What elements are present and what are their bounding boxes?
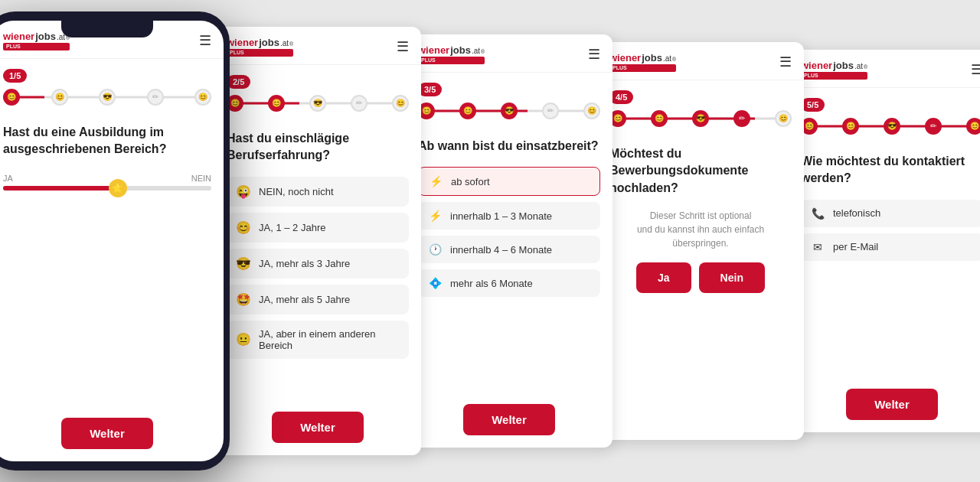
pdot-1-3: 😎: [99, 89, 116, 106]
question-title-2: Hast du einschlägige Berufserfahrung?: [227, 130, 409, 164]
welter-button-1[interactable]: Welter: [61, 418, 153, 449]
button-area-2: Welter: [214, 402, 421, 455]
option-3-1[interactable]: ⚡ ab sofort: [418, 167, 600, 196]
logo-plus-4: PLUS: [609, 64, 676, 72]
question-title-3: Ab wann bist du einsatzbereit?: [418, 138, 600, 155]
progress-section-4: 4/5 😊 😊 😎 ✏ 😊: [597, 80, 804, 133]
question-area-5: Wie möchtest du kontaktiert werden? 📞 te…: [789, 141, 980, 379]
flat-card-3: wienerjobs.at® PLUS ☰ 3/5 😊 😊 😎 ✏ 😊: [406, 34, 612, 448]
logo-plus-2: PLUS: [227, 49, 293, 57]
option-2-1[interactable]: 😜 NEIN, noch nicht: [227, 177, 409, 207]
progress-section-1: 1/5 😊 😊 😎 ✏ 😊: [0, 59, 224, 112]
question-title-1: Hast du eine Ausbildung im ausgeschriebe…: [3, 124, 211, 158]
logo-plus-1: PLUS: [3, 43, 70, 50]
scene: wienerjobs.at® PLUS ☰ 1/5 😊: [0, 0, 980, 482]
slider-label-right-1: NEIN: [191, 174, 211, 183]
slider-1[interactable]: JA NEIN ⭐: [3, 174, 211, 191]
progress-track-1: 😊 😊 😎 ✏ 😊: [3, 89, 211, 106]
welter-button-2[interactable]: Welter: [272, 412, 364, 443]
pdot-1-2: 😊: [51, 89, 68, 106]
logo-3: wienerjobs.at® PLUS: [418, 45, 485, 64]
action-buttons-4: Ja Nein: [609, 262, 792, 293]
question-title-4: Möchtest du Bewerbungsdokumente hochlade…: [609, 145, 792, 197]
step-badge-1: 1/5: [3, 69, 27, 83]
progress-section-5: 5/5 😊 😊 😎 ✏ 😊: [789, 88, 980, 141]
header-4: wienerjobs.at® PLUS ☰: [597, 42, 804, 80]
step-badge-5: 5/5: [801, 98, 825, 112]
flat-card-4: wienerjobs.at® PLUS ☰ 4/5 😊 😊 😎 ✏ 😊: [597, 42, 804, 440]
step-badge-4: 4/5: [609, 90, 633, 104]
logo-plus-3: PLUS: [418, 57, 485, 64]
slider-fill-1: [3, 186, 118, 191]
ja-button-4[interactable]: Ja: [636, 262, 691, 293]
phone-notch: [61, 21, 153, 37]
question-title-5: Wie möchtest du kontaktiert werden?: [801, 153, 980, 187]
question-area-3: Ab wann bist du einsatzbereit? ⚡ ab sofo…: [406, 125, 612, 395]
header-3: wienerjobs.at® PLUS ☰: [406, 34, 612, 73]
option-2-4[interactable]: 🤩 JA, mehr als 5 Jahre: [227, 285, 409, 314]
pdot-2-2: 😊: [268, 95, 285, 112]
logo-1: wienerjobs.at® PLUS: [3, 31, 70, 50]
option-5-1[interactable]: 📞 telefonisch: [801, 200, 980, 227]
logo-plus-5: PLUS: [801, 72, 867, 80]
phone-card-1: wienerjobs.at® PLUS ☰ 1/5 😊: [0, 11, 230, 471]
option-2-2[interactable]: 😊 JA, 1 – 2 Jahre: [227, 213, 409, 243]
question-area-2: Hast du einschlägige Berufserfahrung? 😜 …: [214, 118, 421, 402]
logo-wiener-2: wiener: [227, 37, 258, 48]
menu-icon-3[interactable]: ☰: [588, 46, 600, 63]
slider-track-1[interactable]: ⭐: [3, 186, 211, 191]
option-3-3[interactable]: 🕐 innerhalb 4 – 6 Monate: [418, 236, 600, 263]
optional-text-4: Dieser Schritt ist optionalund du kannst…: [609, 209, 792, 250]
slider-labels-1: JA NEIN: [3, 174, 211, 183]
button-area-5: Welter: [789, 379, 980, 432]
option-5-2[interactable]: ✉ per E-Mail: [801, 233, 980, 261]
option-3-1-text: ab sofort: [451, 176, 490, 187]
logo-jobs-1: jobs: [35, 31, 56, 42]
menu-icon-5[interactable]: ☰: [971, 61, 980, 78]
progress-dots-1: 😊 😊 😎 ✏ 😊: [3, 89, 211, 106]
option-3-2[interactable]: ⚡ innerhalb 1 – 3 Monate: [418, 202, 600, 230]
menu-icon-2[interactable]: ☰: [397, 38, 409, 55]
menu-icon-1[interactable]: ☰: [199, 32, 211, 49]
button-area-1: Welter: [0, 409, 224, 461]
option-3-4[interactable]: 💠 mehr als 6 Monate: [418, 269, 600, 297]
slider-label-left-1: JA: [3, 174, 13, 183]
flat-card-2: wienerjobs.at® PLUS ☰ 2/5 😊 😊 😎 ✏ 😊: [214, 27, 421, 455]
question-area-1: Hast du eine Ausbildung im ausgeschriebe…: [0, 112, 224, 409]
pdot-1-4: ✏: [147, 89, 164, 106]
menu-icon-4[interactable]: ☰: [779, 54, 792, 70]
welter-button-5[interactable]: Welter: [846, 389, 938, 420]
logo-5: wienerjobs.at® PLUS: [801, 60, 867, 80]
pdot-1-5: 😊: [194, 89, 211, 106]
logo-jobs-2: jobs: [259, 37, 279, 48]
pdot-2-3: 😎: [309, 95, 326, 112]
progress-track-2: 😊 😊 😎 ✏ 😊: [227, 95, 409, 112]
header-2: wienerjobs.at® PLUS ☰: [214, 27, 421, 65]
phone-screen-1: wienerjobs.at® PLUS ☰ 1/5 😊: [0, 21, 224, 461]
pdot-2-5: 😊: [392, 95, 409, 112]
header-5: wienerjobs.at® PLUS ☰: [789, 50, 980, 88]
logo-4: wienerjobs.at® PLUS: [609, 53, 676, 72]
welter-button-3[interactable]: Welter: [463, 404, 555, 435]
option-2-3[interactable]: 😎 JA, mehr als 3 Jahre: [227, 249, 409, 278]
nein-button-4[interactable]: Nein: [699, 262, 765, 293]
pdot-1-1: 😊: [3, 89, 20, 106]
button-area-3: Welter: [406, 395, 612, 448]
logo-wiener-1: wiener: [3, 31, 34, 42]
step-badge-3: 3/5: [418, 83, 442, 96]
option-2-5[interactable]: 😐 JA, aber in einem anderen Bereich: [227, 321, 409, 359]
logo-2: wienerjobs.at® PLUS: [227, 37, 293, 57]
progress-section-2: 2/5 😊 😊 😎 ✏ 😊: [214, 65, 421, 118]
step-badge-2: 2/5: [227, 75, 250, 89]
progress-section-3: 3/5 😊 😊 😎 ✏ 😊: [406, 73, 612, 125]
flat-card-5: wienerjobs.at® PLUS ☰ 5/5 😊 😊 😎 ✏ 😊: [789, 50, 980, 432]
slider-thumb-1: ⭐: [109, 179, 127, 197]
pdot-2-4: ✏: [351, 95, 368, 112]
question-area-4: Möchtest du Bewerbungsdokumente hochlade…: [597, 133, 804, 440]
